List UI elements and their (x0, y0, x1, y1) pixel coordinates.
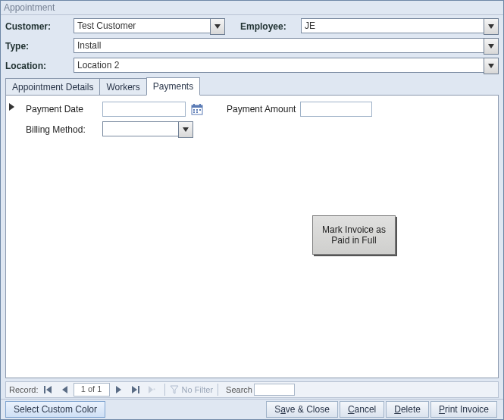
location-label: Location: (5, 61, 74, 71)
svg-rect-5 (196, 109, 198, 111)
header-form: Customer: Test Customer Employee: JE Typ… (1, 18, 503, 74)
svg-rect-10 (138, 386, 139, 393)
footer-toolbar: Select Custom Color Save & Close Cancel … (1, 399, 503, 419)
record-selector-icon[interactable] (8, 102, 17, 112)
record-navigator: Record: 1 of 1 * No Filter Search (5, 381, 499, 398)
svg-text:*: * (153, 387, 155, 393)
payment-amount-label: Payment Amount (227, 104, 296, 114)
svg-rect-6 (199, 109, 201, 111)
delete-button[interactable]: Delete (386, 401, 429, 418)
record-label: Record: (9, 385, 39, 394)
type-label: Type: (5, 41, 74, 52)
cancel-button[interactable]: Cancel (340, 401, 384, 418)
location-select[interactable]: Location 2 (74, 58, 484, 73)
calendar-icon[interactable] (190, 102, 204, 116)
search-label: Search (226, 385, 252, 394)
svg-rect-9 (44, 386, 45, 393)
tab-appointment-details[interactable]: Appointment Details (5, 78, 100, 96)
select-custom-color-button[interactable]: Select Custom Color (5, 401, 105, 418)
payment-amount-input[interactable] (300, 102, 372, 117)
billing-method-dropdown-button[interactable] (178, 121, 193, 138)
window-title: Appointment (1, 1, 503, 13)
svg-rect-7 (193, 111, 195, 113)
tab-payments[interactable]: Payments (146, 77, 200, 96)
customer-label: Customer: (5, 21, 74, 32)
employee-select[interactable]: JE (301, 18, 484, 33)
customer-dropdown-button[interactable] (210, 18, 225, 35)
employee-label: Employee: (240, 21, 301, 32)
payment-date-input[interactable] (102, 102, 186, 117)
svg-rect-4 (193, 109, 195, 111)
svg-rect-8 (196, 111, 198, 113)
nav-new-icon[interactable]: * (145, 383, 160, 396)
divider (218, 384, 218, 396)
no-filter-indicator[interactable]: No Filter (170, 385, 214, 394)
tab-workers[interactable]: Workers (99, 78, 146, 96)
payment-date-label: Payment Date (26, 104, 98, 114)
nav-next-icon[interactable] (111, 383, 127, 396)
mark-invoice-paid-button[interactable]: Mark Invoice as Paid in Full (312, 215, 396, 255)
type-select[interactable]: Install (74, 38, 484, 53)
save-close-button[interactable]: Save & Close (266, 401, 338, 418)
customer-select[interactable]: Test Customer (74, 18, 210, 33)
record-position[interactable]: 1 of 1 (74, 383, 110, 396)
type-dropdown-button[interactable] (484, 38, 499, 55)
nav-prev-icon[interactable] (57, 383, 72, 396)
divider (1, 14, 503, 15)
filter-icon (170, 385, 179, 394)
billing-method-select[interactable] (102, 121, 178, 136)
print-invoice-button[interactable]: Print Invoice (430, 401, 497, 418)
nav-last-icon[interactable] (128, 383, 143, 396)
location-dropdown-button[interactable] (484, 58, 499, 74)
search-input[interactable] (254, 384, 295, 396)
tab-bar: Appointment Details Workers Payments (5, 77, 499, 96)
billing-method-label: Billing Method: (26, 124, 98, 135)
employee-dropdown-button[interactable] (484, 18, 499, 35)
divider (164, 384, 165, 396)
payments-panel: Payment Date Payment Amount Billing Meth… (5, 95, 499, 378)
nav-first-icon[interactable] (40, 383, 55, 396)
